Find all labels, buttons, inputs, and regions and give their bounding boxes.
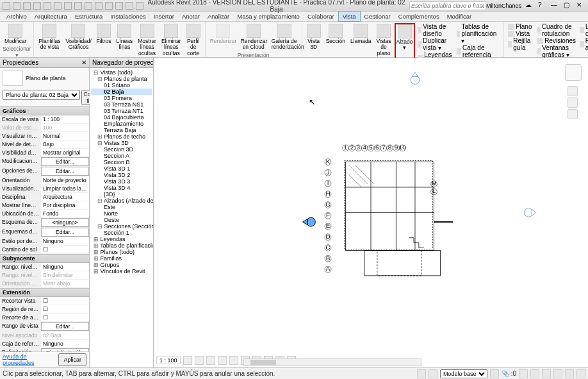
crop-icon[interactable] [229,356,238,365]
view-cube[interactable] [565,64,582,81]
scope-button[interactable]: Caja de referencia [455,44,501,58]
tree-node[interactable]: 04 Bajocubierta [91,114,152,121]
tree-node[interactable]: Seccion A [91,153,152,159]
tree-node[interactable]: Vistas (todo) [91,69,152,76]
prop-value[interactable]: ☐ [41,297,89,305]
qat-measure-icon[interactable] [54,2,61,10]
qat-section-icon[interactable] [105,2,113,10]
workset-icon[interactable] [417,369,426,378]
tab-analizar[interactable]: Analizar [204,12,233,21]
prop-value[interactable]: ☐ [41,246,89,253]
tab-vista[interactable]: Vista [338,11,361,22]
tmpl-button[interactable]: Plantillas de vista [37,23,62,57]
prop-value[interactable]: Editar... [41,322,89,331]
title-button[interactable]: Cuadro de rotulación [535,23,577,37]
qat-save-icon[interactable] [13,2,20,10]
prop-section-gráficos[interactable]: Gráficos [0,106,89,115]
tree-node[interactable]: Vínculos de Revit [91,268,152,274]
tree-node[interactable]: Terraza Baja [91,127,152,133]
tab-arquitectura[interactable]: Arquitectura [31,12,71,21]
prop-value[interactable]: Sin delimitar [41,271,89,279]
horizontal-scrollbar[interactable] [243,358,421,366]
prop-value[interactable]: ☐ [41,305,89,313]
drag-icon[interactable] [530,369,539,378]
instance-selector[interactable]: Plano de planta: 02 Baja [3,90,80,100]
tree-node[interactable]: 03 Primera [91,95,152,101]
prop-value[interactable]: Editar... [41,228,89,237]
prop-value[interactable]: Editar... [41,167,89,176]
shadows-icon[interactable] [218,356,227,365]
tree-node[interactable]: Alzados (Alzado de edificio) [91,198,152,204]
prop-value[interactable]: Mostrar original [41,149,89,156]
prop-value[interactable]: 02 Baja [41,332,89,339]
editable-icon[interactable] [429,369,437,378]
qat-3d-icon[interactable] [95,2,102,10]
tree-node[interactable]: Vista 3D 2 [91,172,152,178]
thin-button[interactable]: Líneas finas [115,23,135,57]
minimize-icon[interactable]: — [551,1,560,10]
prop-section-extensión[interactable]: Extensión [0,288,89,297]
cursor-button[interactable]: Modificar [3,23,28,45]
pin-icon[interactable] [565,369,574,378]
render-button[interactable]: Renderizar [208,23,238,51]
qat-undo-icon[interactable] [23,2,31,10]
tree-node[interactable]: 02 Baja [91,88,152,95]
qat-open-icon[interactable] [3,2,10,10]
tab-estructura[interactable]: Estructura [71,12,106,21]
properties-help-link[interactable]: Ayuda de propiedades [3,353,58,366]
qat-close-icon[interactable] [126,2,133,10]
select-icon[interactable] [576,369,585,378]
properties-close-icon[interactable]: ✕ [81,59,86,66]
prop-value[interactable]: Limpiar todas las unio... [41,185,89,192]
tab-anotar[interactable]: Anotar [178,12,204,21]
qat-tag-icon[interactable] [74,2,82,10]
d-button[interactable]: Vista de diseño [416,23,454,37]
workset-selector[interactable]: Modelo base [440,369,487,378]
tree-node[interactable]: Planos (todo) [91,249,152,255]
apply-button[interactable]: Aplicar [58,353,86,366]
tab-complementos[interactable]: Complementos [395,12,443,21]
qat-thinlines-icon[interactable] [115,2,123,10]
prop-value[interactable]: Ninguno [41,263,89,271]
tree-node[interactable]: Este [91,204,152,210]
tree-node[interactable]: Grupos [91,262,152,268]
sch-button[interactable]: Tablas de planificación ▾ [455,23,501,44]
prop-value[interactable]: <ninguno> [41,218,89,227]
help-icon[interactable]: ? [538,1,547,10]
visual-style-icon[interactable] [195,356,204,365]
view-button[interactable]: Vista [507,30,534,37]
gallery-button[interactable]: Galería de renderización [270,23,299,51]
tree-node[interactable]: Planos de techo [91,133,152,140]
link-icon[interactable] [553,369,562,378]
tree-node[interactable]: Secciones (Sección de edific [91,223,152,230]
tree-node[interactable]: Emplazamiento [91,121,152,127]
tree-node[interactable]: Leyendas [91,236,152,242]
tab-gestionar[interactable]: Gestionar [361,12,395,21]
tree-node[interactable]: {3D} [91,191,152,198]
tree-node[interactable]: Seccion 3D [91,146,152,153]
show-button[interactable]: Mostrar líneas ocultas [136,23,158,57]
prop-value[interactable]: Mirar abajo [41,280,89,287]
dup-button[interactable]: Duplicar vista ▾ [416,37,454,51]
tab-instalaciones[interactable]: Instalaciones [106,12,149,21]
prop-section-subyacente[interactable]: Subyacente [0,254,89,263]
nav-pan-icon[interactable] [568,109,578,119]
grid-button[interactable]: Rejilla guía [507,37,534,51]
qat-redo-icon[interactable] [33,2,41,10]
prop-value[interactable]: Editar... [41,157,89,166]
prop-value[interactable]: Norte de proyecto [41,176,89,184]
tree-node[interactable]: Planos de planta [91,76,152,82]
qat-dim-icon[interactable] [64,2,72,10]
cloud-button[interactable]: Renderizar en Cloud [239,23,268,51]
sunpath-icon[interactable] [206,356,215,365]
prop-value[interactable]: Ninguno [41,237,89,245]
filter-select-icon[interactable] [519,369,528,378]
tree-node[interactable]: Tablas de planificación/Cantida [91,242,152,249]
prop-value[interactable]: ☐ [41,314,89,321]
view-scale[interactable]: 1 : 100 [156,357,181,364]
qat-switch-icon[interactable] [136,2,143,10]
tab-masa-y-emplazamiento[interactable]: Masa y emplazamiento [233,12,304,21]
prop-value[interactable]: Por disciplina [41,201,89,209]
tree-node[interactable]: 03 Terraza NS1 [91,101,152,108]
prop-value[interactable]: Normal [41,132,89,140]
